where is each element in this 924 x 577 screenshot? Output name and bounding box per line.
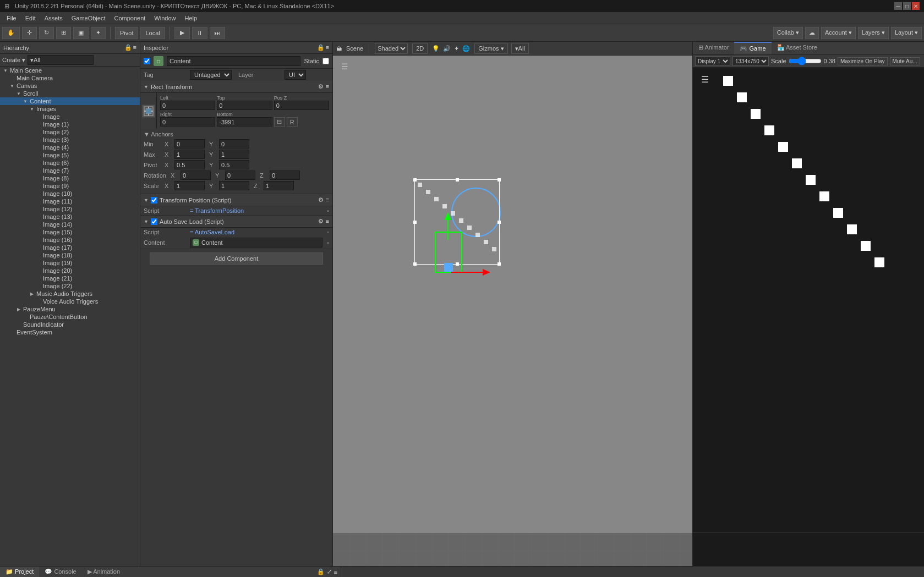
account-button[interactable]: Account ▾ bbox=[821, 27, 856, 39]
hierarchy-item[interactable]: ▼Main Scene bbox=[0, 67, 140, 74]
maximize-button[interactable]: □ bbox=[903, 2, 911, 10]
hierarchy-item[interactable]: Image (21) bbox=[0, 274, 140, 282]
hierarchy-item[interactable]: Image (12) bbox=[0, 205, 140, 213]
hierarchy-item[interactable]: Image (22) bbox=[0, 282, 140, 290]
anchors-min-y[interactable] bbox=[219, 139, 249, 149]
anchors-max-x[interactable] bbox=[174, 150, 205, 159]
2d-button[interactable]: 2D bbox=[412, 43, 428, 54]
hierarchy-item[interactable]: Image (16) bbox=[0, 236, 140, 244]
tab-project[interactable]: 📁 Project bbox=[0, 567, 39, 577]
rt-settings-icon[interactable]: ⚙ bbox=[318, 83, 324, 90]
hierarchy-item[interactable]: Image (15) bbox=[0, 228, 140, 236]
hierarchy-menu-icon[interactable]: ≡ bbox=[133, 44, 136, 51]
rt-bottom-field[interactable] bbox=[217, 117, 272, 127]
hierarchy-item[interactable]: ▼Images bbox=[0, 105, 140, 113]
autosave-script-link[interactable]: = AutoSaveLoad bbox=[190, 229, 234, 235]
hierarchy-item[interactable]: Image (19) bbox=[0, 259, 140, 267]
hierarchy-item[interactable]: Image (18) bbox=[0, 251, 140, 259]
pivot-y[interactable] bbox=[219, 160, 249, 169]
rot-x[interactable] bbox=[181, 171, 211, 180]
hierarchy-item[interactable]: Image (13) bbox=[0, 213, 140, 221]
rot-y[interactable] bbox=[225, 171, 255, 180]
rotate-tool-button[interactable]: ↻ bbox=[39, 27, 54, 39]
scale-z[interactable] bbox=[264, 181, 294, 190]
layout-button[interactable]: Layout ▾ bbox=[891, 27, 922, 39]
play-button[interactable]: ▶ bbox=[174, 27, 190, 39]
layers-button[interactable]: Layers ▾ bbox=[858, 27, 889, 39]
rot-z[interactable] bbox=[270, 171, 300, 180]
hierarchy-item[interactable]: Pauze\ContentButton bbox=[0, 313, 140, 321]
minimize-button[interactable]: ─ bbox=[894, 2, 902, 10]
hierarchy-item[interactable]: Image (1) bbox=[0, 120, 140, 128]
tab-console[interactable]: 💬 Console bbox=[39, 567, 81, 577]
global-button[interactable]: Local bbox=[140, 27, 165, 39]
scene-audio-icon[interactable]: 🔊 bbox=[443, 45, 451, 52]
rt-menu-icon[interactable]: ≡ bbox=[326, 83, 329, 90]
inspector-lock-icon[interactable]: 🔒 bbox=[317, 44, 325, 51]
scene-all-button[interactable]: ▾All bbox=[511, 43, 529, 54]
asl-dot-icon[interactable]: ◦ bbox=[327, 229, 329, 235]
asl-settings-icon[interactable]: ⚙ bbox=[318, 218, 324, 225]
hierarchy-item[interactable]: ▼Canvas bbox=[0, 82, 140, 90]
hierarchy-item[interactable]: Main Camera bbox=[0, 74, 140, 82]
hierarchy-item[interactable]: Image (14) bbox=[0, 221, 140, 228]
scene-sky-icon[interactable]: 🌐 bbox=[462, 45, 470, 52]
collab-button[interactable]: Collab ▾ bbox=[773, 27, 803, 39]
rect-tool-button[interactable]: ▣ bbox=[73, 27, 89, 39]
hierarchy-item[interactable]: Image (4) bbox=[0, 144, 140, 151]
static-checkbox[interactable] bbox=[322, 58, 329, 64]
stretch-icon[interactable] bbox=[142, 105, 155, 118]
layer-dropdown[interactable]: UI bbox=[285, 70, 306, 80]
move-tool-button[interactable]: ✛ bbox=[22, 27, 37, 39]
autosave-enabled-checkbox[interactable] bbox=[151, 218, 157, 225]
menu-gameobject[interactable]: GameObject bbox=[67, 14, 110, 23]
hierarchy-item[interactable]: Image (20) bbox=[0, 267, 140, 274]
gizmos-button[interactable]: Gizmos ▾ bbox=[474, 43, 507, 54]
object-enabled-checkbox[interactable] bbox=[144, 58, 150, 64]
object-name-field[interactable] bbox=[167, 56, 300, 66]
asl-menu-icon[interactable]: ≡ bbox=[326, 218, 329, 225]
hierarchy-item[interactable]: Image bbox=[0, 113, 140, 120]
cloud-button[interactable]: ☁ bbox=[805, 27, 819, 39]
scene-fx-icon[interactable]: ✦ bbox=[454, 45, 459, 52]
scale-tool-button[interactable]: ⊞ bbox=[56, 27, 71, 39]
pivot-button[interactable]: Pivot bbox=[115, 27, 138, 39]
rt-top-field[interactable] bbox=[217, 101, 272, 110]
hierarchy-item[interactable]: Image (7) bbox=[0, 167, 140, 174]
rt-posz-field[interactable] bbox=[274, 101, 329, 110]
hierarchy-item[interactable]: Image (10) bbox=[0, 190, 140, 197]
transform-position-header[interactable]: ▼ Transform Position (Script) ⚙ ≡ bbox=[140, 194, 332, 206]
scale-x[interactable] bbox=[174, 181, 205, 190]
rt-right-field[interactable] bbox=[160, 117, 215, 127]
shading-dropdown[interactable]: Shaded bbox=[375, 43, 408, 54]
script-dot-icon[interactable]: ◦ bbox=[327, 207, 329, 214]
content-dot-icon[interactable]: ◦ bbox=[327, 239, 329, 246]
hierarchy-item[interactable]: Image (8) bbox=[0, 174, 140, 182]
hierarchy-create-label[interactable]: Create ▾ bbox=[2, 57, 25, 64]
hierarchy-item[interactable]: SoundIndicator bbox=[0, 321, 140, 328]
anchors-header[interactable]: ▼ Anchors bbox=[144, 131, 329, 138]
inspector-menu-icon[interactable]: ≡ bbox=[326, 44, 329, 51]
maximize-on-play-button[interactable]: Maximize On Play bbox=[838, 57, 888, 65]
menu-file[interactable]: File bbox=[2, 14, 21, 23]
hierarchy-item[interactable]: Image (2) bbox=[0, 128, 140, 136]
hierarchy-item[interactable]: ▼Scroll bbox=[0, 90, 140, 97]
pivot-x[interactable] bbox=[174, 160, 205, 169]
hierarchy-search[interactable] bbox=[28, 55, 94, 65]
hierarchy-item[interactable]: Image (11) bbox=[0, 197, 140, 205]
transform-tool-button[interactable]: ✦ bbox=[91, 27, 106, 39]
mute-button[interactable]: Mute Au... bbox=[890, 57, 920, 65]
hierarchy-item[interactable]: Image (9) bbox=[0, 182, 140, 190]
menu-help[interactable]: Help bbox=[180, 14, 201, 23]
project-expand-icon[interactable]: ⤢ bbox=[327, 568, 332, 575]
tab-game[interactable]: 🎮 Game bbox=[734, 42, 771, 54]
step-button[interactable]: ⏭ bbox=[210, 27, 225, 39]
hierarchy-item[interactable]: EventSystem bbox=[0, 328, 140, 336]
hierarchy-item[interactable]: Image (3) bbox=[0, 136, 140, 144]
scene-content[interactable]: ☰ bbox=[333, 56, 692, 566]
window-controls[interactable]: ─ □ ✕ bbox=[894, 2, 920, 10]
hierarchy-item[interactable]: Voice Audio Triggers bbox=[0, 298, 140, 305]
menu-component[interactable]: Component bbox=[110, 14, 150, 23]
anchors-max-y[interactable] bbox=[219, 150, 249, 159]
tab-animation[interactable]: ▶ Animation bbox=[82, 567, 125, 577]
